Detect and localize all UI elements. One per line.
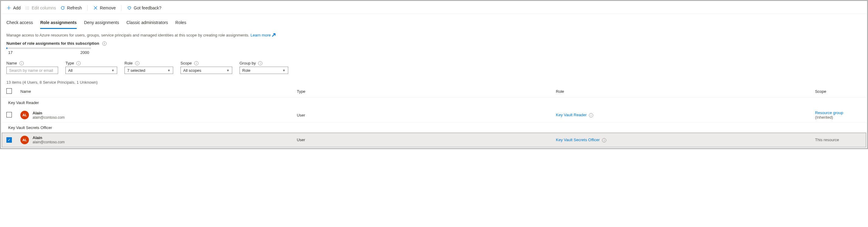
- plus-icon: [6, 5, 11, 10]
- svg-rect-3: [27, 8, 29, 8]
- role-select[interactable]: 7 selected▼: [124, 67, 173, 74]
- quota-fill: [6, 47, 7, 49]
- quota-current: 17: [8, 50, 12, 55]
- table-row[interactable]: ✓ AL Alain alain@contoso.com User Key Va…: [2, 133, 866, 147]
- info-icon[interactable]: i: [135, 61, 140, 65]
- group-title: Key Vault Secrets Officer: [2, 122, 866, 133]
- avatar: AL: [21, 136, 29, 144]
- group-header: Key Vault Secrets Officer: [2, 122, 866, 133]
- info-icon[interactable]: i: [258, 61, 262, 65]
- scope-text: This resource: [815, 137, 839, 142]
- avatar: AL: [21, 111, 29, 119]
- user-type: User: [292, 133, 552, 147]
- description-text: Manage access to Azure resources for use…: [6, 33, 249, 37]
- user-type: User: [292, 108, 552, 122]
- info-icon[interactable]: i: [602, 138, 606, 142]
- separator: [121, 5, 121, 11]
- group-header: Key Vault Reader: [2, 97, 866, 108]
- role-link[interactable]: Key Vault Secrets Officer: [556, 137, 600, 142]
- header-scope[interactable]: Scope: [811, 86, 866, 97]
- filter-groupby-label: Group byi: [240, 61, 288, 65]
- columns-icon: [25, 5, 30, 10]
- header-role[interactable]: Role: [552, 86, 811, 97]
- toolbar: Add Edit columns Refresh Remove Got feed…: [2, 2, 866, 14]
- items-count: 13 items (4 Users, 8 Service Principals,…: [2, 77, 866, 86]
- info-icon[interactable]: i: [194, 61, 198, 65]
- tabs: Check access Role assignments Deny assig…: [2, 14, 866, 29]
- svg-rect-4: [26, 9, 27, 9]
- tab-roles[interactable]: Roles: [175, 18, 186, 29]
- header-type[interactable]: Type: [292, 86, 552, 97]
- separator: [87, 5, 88, 11]
- table-row[interactable]: AL Alain alain@contoso.com User Key Vaul…: [2, 108, 866, 122]
- edit-columns-button[interactable]: Edit columns: [25, 5, 56, 10]
- learn-more-link[interactable]: Learn more 🡵: [250, 33, 276, 37]
- role-link[interactable]: Key Vault Reader: [556, 112, 587, 117]
- svg-rect-0: [26, 7, 27, 7]
- select-all-checkbox[interactable]: [6, 88, 12, 94]
- header-name[interactable]: Name: [16, 86, 292, 97]
- group-title: Key Vault Reader: [2, 97, 866, 108]
- tab-role-assignments[interactable]: Role assignments: [40, 18, 77, 29]
- filter-name-label: Namei: [6, 61, 58, 65]
- filter-scope-label: Scopei: [181, 61, 232, 65]
- groupby-select[interactable]: Role▼: [240, 67, 288, 74]
- scope-link[interactable]: Resource group: [815, 110, 843, 115]
- scope-extra: (Inherited): [815, 115, 833, 120]
- info-icon[interactable]: i: [20, 61, 24, 65]
- remove-label: Remove: [100, 5, 116, 10]
- quota-max: 2000: [80, 50, 89, 55]
- filter-type-label: Typei: [65, 61, 117, 65]
- feedback-button[interactable]: Got feedback?: [127, 5, 161, 10]
- scope-select[interactable]: All scopes▼: [181, 67, 232, 74]
- user-name: Alain: [33, 135, 65, 140]
- refresh-icon: [60, 5, 65, 10]
- feedback-label: Got feedback?: [134, 5, 161, 10]
- assignments-table: Name Type Role Scope Key Vault Reader AL…: [2, 86, 866, 147]
- add-label: Add: [13, 5, 21, 10]
- info-icon[interactable]: i: [589, 113, 593, 118]
- user-email: alain@contoso.com: [33, 115, 65, 120]
- edit-columns-label: Edit columns: [32, 5, 56, 10]
- svg-rect-1: [27, 7, 29, 7]
- filters: Namei Search by name or email Typei All▼…: [2, 58, 866, 77]
- info-icon[interactable]: i: [76, 61, 81, 65]
- external-link-icon: 🡵: [272, 33, 276, 37]
- description: Manage access to Azure resources for use…: [2, 29, 866, 40]
- chevron-down-icon: ▼: [112, 69, 115, 72]
- tab-deny-assignments[interactable]: Deny assignments: [84, 18, 119, 29]
- type-select[interactable]: All▼: [65, 67, 117, 74]
- quota-bar: [6, 47, 91, 49]
- remove-button[interactable]: Remove: [93, 5, 116, 10]
- filter-role-label: Rolei: [124, 61, 173, 65]
- info-icon[interactable]: i: [102, 41, 106, 46]
- heart-icon: [127, 5, 132, 10]
- add-button[interactable]: Add: [6, 5, 21, 10]
- close-icon: [93, 5, 98, 10]
- chevron-down-icon: ▼: [282, 69, 285, 72]
- quota-section: Number of role assignments for this subs…: [2, 40, 866, 58]
- quota-label: Number of role assignments for this subs…: [6, 41, 862, 46]
- svg-rect-5: [27, 9, 29, 9]
- tab-classic-administrators[interactable]: Classic administrators: [126, 18, 168, 29]
- row-checkbox[interactable]: [6, 112, 12, 118]
- user-email: alain@contoso.com: [33, 140, 65, 144]
- quota-numbers: 17 2000: [6, 50, 91, 55]
- chevron-down-icon: ▼: [167, 69, 170, 72]
- row-checkbox[interactable]: ✓: [6, 137, 12, 143]
- chevron-down-icon: ▼: [226, 69, 229, 72]
- refresh-button[interactable]: Refresh: [60, 5, 82, 10]
- search-input[interactable]: Search by name or email: [6, 67, 58, 74]
- user-name: Alain: [33, 111, 65, 115]
- tab-check-access[interactable]: Check access: [6, 18, 33, 29]
- svg-rect-2: [26, 8, 27, 8]
- refresh-label: Refresh: [67, 5, 82, 10]
